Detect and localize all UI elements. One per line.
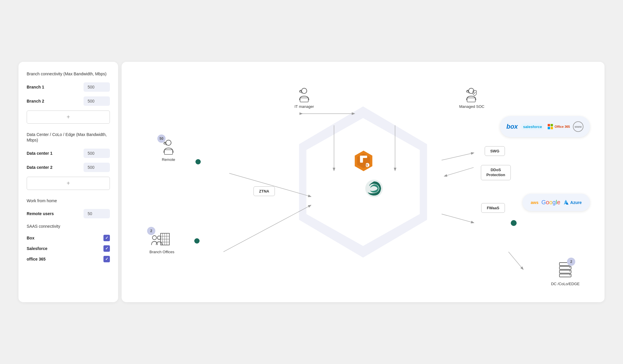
managed-soc-label: Managed SOC bbox=[459, 104, 484, 109]
aws-logo: aws bbox=[531, 200, 538, 205]
remote-label: Remote bbox=[162, 157, 175, 162]
svg-point-30 bbox=[152, 236, 156, 240]
add-dc-button[interactable]: + bbox=[27, 177, 110, 190]
diagram-connectors bbox=[130, 71, 596, 293]
box-label: Box bbox=[27, 236, 34, 240]
office365-logo: Office 365 bbox=[547, 123, 570, 130]
swg-label: SWG bbox=[490, 149, 499, 153]
ztna-box: ZTNA bbox=[253, 186, 275, 196]
svg-rect-16 bbox=[467, 98, 475, 102]
cato-logo-container bbox=[364, 178, 384, 200]
cloud-saas: box salesforce Office 365 bbox=[500, 116, 590, 137]
branch2-input[interactable] bbox=[84, 96, 110, 106]
main-container: Branch connectivity (Max Bandwidth, Mbps… bbox=[18, 62, 605, 302]
it-manager-label: IT manager bbox=[295, 104, 314, 109]
svg-text:81: 81 bbox=[365, 164, 368, 167]
svg-line-7 bbox=[442, 153, 474, 160]
iaas-connector-dot bbox=[511, 220, 517, 226]
svg-point-19 bbox=[166, 140, 171, 145]
p81-logo-container: 81 bbox=[352, 149, 375, 174]
svg-rect-40 bbox=[548, 124, 550, 126]
azure-icon bbox=[563, 200, 569, 205]
branch2-row: Branch 2 bbox=[27, 96, 110, 106]
remote-connector-dot bbox=[195, 159, 201, 164]
svg-rect-42 bbox=[548, 127, 550, 129]
cato-logo bbox=[364, 178, 384, 198]
svg-point-13 bbox=[299, 91, 301, 92]
dc1-label: Data center 1 bbox=[27, 151, 52, 156]
remote-badge: 50 bbox=[157, 135, 166, 143]
branch2-label: Branch 2 bbox=[27, 99, 44, 103]
ztna-label: ZTNA bbox=[259, 189, 269, 193]
box-checkbox[interactable] bbox=[103, 235, 110, 241]
svg-rect-36 bbox=[364, 156, 367, 158]
salesforce-logo: salesforce bbox=[521, 123, 544, 130]
branch1-input[interactable] bbox=[84, 82, 110, 92]
www-logo: www bbox=[573, 121, 583, 132]
svg-point-17 bbox=[467, 91, 468, 92]
ddos-box: DDoSProtection bbox=[481, 165, 511, 180]
cloud-iaas: aws Google Azure bbox=[522, 194, 590, 211]
office365-text: Office 365 bbox=[554, 125, 570, 128]
remote-node: 50 Remote bbox=[160, 138, 177, 162]
managed-soc-icon bbox=[464, 87, 480, 103]
salesforce-checkbox[interactable] bbox=[103, 245, 110, 252]
svg-rect-41 bbox=[551, 124, 553, 126]
dc1-input[interactable] bbox=[84, 149, 110, 158]
office365-row: office 365 bbox=[27, 256, 110, 262]
dc-section-title: Data Center / CoLo / Edge (Max Bandwidth… bbox=[27, 132, 110, 143]
dc2-label: Data center 2 bbox=[27, 165, 52, 170]
swg-box: SWG bbox=[485, 146, 505, 156]
svg-line-9 bbox=[442, 214, 474, 223]
dc2-row: Data center 2 bbox=[27, 163, 110, 172]
azure-text: Azure bbox=[570, 200, 582, 205]
managed-soc-node: Managed SOC bbox=[459, 87, 484, 109]
wfh-section-title: Work from home bbox=[27, 198, 110, 204]
svg-rect-47 bbox=[559, 274, 571, 277]
dc-colo-edge-node: 2 DC /CoLo/EDGE bbox=[551, 261, 580, 286]
svg-rect-43 bbox=[551, 127, 553, 129]
branch1-row: Branch 1 bbox=[27, 82, 110, 92]
salesforce-label: Salesforce bbox=[27, 246, 47, 251]
svg-line-6 bbox=[224, 205, 311, 252]
right-panel: IT manager Managed SOC bbox=[122, 62, 605, 302]
branch-badge: 2 bbox=[147, 227, 155, 235]
google-logo: Google bbox=[542, 199, 561, 206]
svg-rect-20 bbox=[164, 150, 173, 154]
ddos-label: DDoSProtection bbox=[486, 168, 505, 177]
fwaas-label: FWaaS bbox=[487, 206, 499, 210]
svg-point-21 bbox=[164, 142, 166, 144]
remote-users-label: Remote users bbox=[27, 211, 54, 216]
branch-connector-dot bbox=[194, 238, 200, 244]
office365-checkbox[interactable] bbox=[103, 256, 110, 262]
dc-label: DC /CoLo/EDGE bbox=[551, 282, 580, 286]
diagram-area: IT manager Managed SOC bbox=[130, 71, 596, 293]
svg-marker-1 bbox=[306, 118, 420, 246]
add-branch-button[interactable]: + bbox=[27, 110, 110, 124]
box-logo: box bbox=[506, 123, 518, 130]
remote-users-row: Remote users bbox=[27, 209, 110, 218]
office365-label: office 365 bbox=[27, 257, 46, 261]
box-row: Box bbox=[27, 235, 110, 241]
dc1-row: Data center 1 bbox=[27, 149, 110, 158]
branch-offices-node: 2 bbox=[149, 230, 174, 254]
dc2-input[interactable] bbox=[84, 163, 110, 172]
svg-line-8 bbox=[445, 167, 474, 176]
fwaas-box: FWaaS bbox=[481, 203, 505, 213]
svg-marker-0 bbox=[299, 106, 427, 258]
svg-point-11 bbox=[302, 88, 307, 93]
svg-line-10 bbox=[508, 252, 523, 269]
remote-users-input[interactable] bbox=[84, 209, 110, 218]
svg-rect-46 bbox=[559, 270, 571, 273]
it-manager-node: IT manager bbox=[295, 87, 314, 109]
branch1-label: Branch 1 bbox=[27, 85, 44, 89]
left-panel: Branch connectivity (Max Bandwidth, Mbps… bbox=[18, 62, 118, 302]
svg-rect-45 bbox=[559, 266, 571, 269]
branch-section-title: Branch connectivity (Max Bandwidth, Mbps… bbox=[27, 71, 110, 77]
branch-offices-label: Branch Offices bbox=[149, 250, 174, 254]
azure-logo: Azure bbox=[563, 200, 582, 205]
it-manager-icon bbox=[296, 87, 312, 103]
svg-rect-12 bbox=[300, 98, 308, 102]
p81-logo: 81 bbox=[352, 149, 375, 173]
saas-section-title: SAAS connectivity bbox=[27, 224, 110, 229]
